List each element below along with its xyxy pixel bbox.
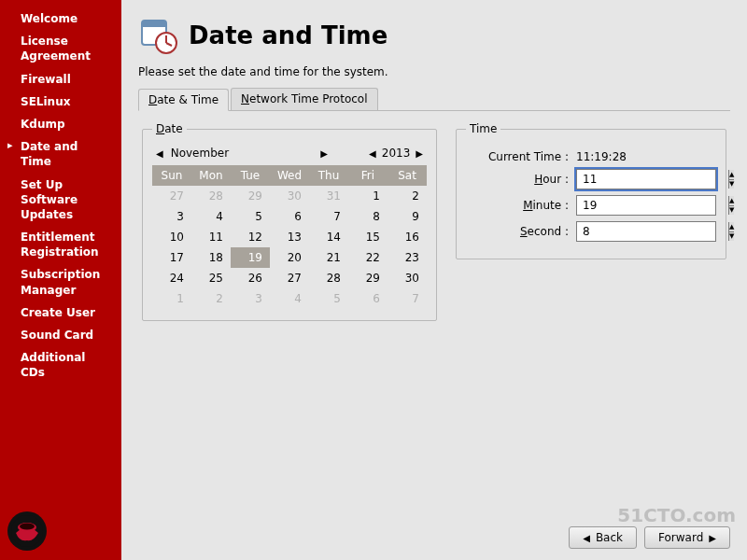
current-time-label: Current Time : — [466, 150, 569, 163]
weekday-header: Sat — [388, 165, 427, 186]
sidebar: WelcomeLicense AgreementFirewallSELinuxK… — [0, 0, 121, 560]
tab-bar: Date & Time Network Time Protocol — [138, 88, 730, 111]
calendar[interactable]: SunMonTueWedThuFriSat 272829303112345678… — [152, 165, 427, 309]
sidebar-item-firewall[interactable]: Firewall — [0, 68, 121, 91]
weekday-header: Sun — [152, 165, 191, 186]
second-up-button[interactable]: ▲ — [729, 222, 734, 232]
time-group: Time Current Time : 11:19:28 Hour : ▲▼ M… — [456, 122, 726, 259]
calendar-day[interactable]: 25 — [191, 268, 231, 288]
second-down-button[interactable]: ▼ — [729, 232, 734, 242]
calendar-day[interactable]: 4 — [191, 206, 231, 227]
hour-up-button[interactable]: ▲ — [729, 170, 734, 180]
prev-month-button[interactable]: ◀ — [154, 148, 165, 159]
calendar-day[interactable]: 14 — [309, 227, 348, 247]
hour-label: Hour : — [466, 173, 569, 186]
minute-up-button[interactable]: ▲ — [729, 196, 734, 206]
calendar-day[interactable]: 18 — [191, 247, 231, 268]
prev-year-button[interactable]: ◀ — [367, 148, 378, 159]
calendar-day[interactable]: 29 — [348, 268, 388, 288]
calendar-day: 7 — [388, 288, 427, 309]
calendar-day[interactable]: 24 — [152, 268, 191, 288]
sidebar-item-kdump[interactable]: Kdump — [0, 113, 121, 135]
calendar-day[interactable]: 28 — [309, 268, 348, 288]
calendar-day[interactable]: 1 — [348, 186, 388, 206]
calendar-day: 3 — [231, 288, 270, 309]
sidebar-item-welcome[interactable]: Welcome — [0, 7, 121, 30]
sidebar-item-selinux[interactable]: SELinux — [0, 91, 121, 113]
watermark: 51CTO.com — [617, 504, 736, 526]
back-button-label: Back — [596, 531, 623, 544]
calendar-day[interactable]: 13 — [270, 227, 309, 247]
calendar-day[interactable]: 3 — [152, 206, 191, 227]
sidebar-item-entitlement-registration[interactable]: Entitlement Registration — [0, 226, 121, 263]
calendar-day[interactable]: 27 — [270, 268, 309, 288]
month-label: November — [165, 147, 319, 160]
calendar-day: 27 — [152, 186, 191, 206]
sidebar-item-date-and-time[interactable]: Date and Time — [0, 135, 121, 173]
calendar-day[interactable]: 15 — [348, 227, 388, 247]
calendar-day[interactable]: 21 — [309, 247, 348, 268]
sidebar-item-set-up-software-updates[interactable]: Set Up Software Updates — [0, 174, 121, 227]
minute-label: Minute : — [466, 199, 569, 212]
weekday-header: Thu — [309, 165, 348, 186]
sidebar-item-subscription-manager[interactable]: Subscription Manager — [0, 263, 121, 301]
calendar-day: 4 — [270, 288, 309, 309]
calendar-day[interactable]: 10 — [152, 227, 191, 247]
minute-down-button[interactable]: ▼ — [729, 206, 734, 216]
arrow-right-icon: ▶ — [709, 533, 716, 543]
calendar-day: 5 — [309, 288, 348, 309]
calendar-day[interactable]: 8 — [348, 206, 388, 227]
tab-ntp[interactable]: Network Time Protocol — [231, 88, 377, 110]
calendar-day[interactable]: 9 — [388, 206, 427, 227]
hour-down-button[interactable]: ▼ — [729, 180, 734, 189]
calendar-day[interactable]: 22 — [348, 247, 388, 268]
calendar-day: 29 — [231, 186, 270, 206]
calendar-day[interactable]: 20 — [270, 247, 309, 268]
year-label: 2013 — [378, 147, 415, 160]
calendar-day[interactable]: 7 — [309, 206, 348, 227]
calendar-day: 2 — [191, 288, 231, 309]
calendar-day: 30 — [270, 186, 309, 206]
forward-button[interactable]: Forward ▶ — [644, 526, 730, 549]
calendar-day[interactable]: 5 — [231, 206, 270, 227]
sidebar-item-create-user[interactable]: Create User — [0, 301, 121, 324]
date-group: Date ◀ November ▶ ◀ 2013 ▶ SunMonTueWedT… — [142, 122, 437, 321]
svg-point-2 — [20, 524, 35, 530]
calendar-day[interactable]: 17 — [152, 247, 191, 268]
weekday-header: Wed — [270, 165, 309, 186]
calendar-day[interactable]: 26 — [231, 268, 270, 288]
calendar-day[interactable]: 2 — [388, 186, 427, 206]
hour-input[interactable] — [577, 170, 728, 189]
forward-button-label: Forward — [658, 531, 703, 544]
tab-date-time[interactable]: Date & Time — [138, 89, 229, 111]
weekday-header: Mon — [191, 165, 231, 186]
back-button[interactable]: ◀ Back — [569, 526, 637, 549]
weekday-header: Fri — [348, 165, 388, 186]
calendar-day[interactable]: 16 — [388, 227, 427, 247]
hour-spinbox[interactable]: ▲▼ — [576, 169, 716, 189]
main-panel: Date and Time Please set the date and ti… — [121, 0, 747, 560]
calendar-day[interactable]: 23 — [388, 247, 427, 268]
calendar-day[interactable]: 11 — [191, 227, 231, 247]
calendar-day[interactable]: 12 — [231, 227, 270, 247]
date-legend: Date — [152, 122, 187, 135]
second-spinbox[interactable]: ▲▼ — [576, 221, 716, 242]
weekday-header: Tue — [231, 165, 270, 186]
sidebar-item-sound-card[interactable]: Sound Card — [0, 324, 121, 346]
second-label: Second : — [466, 225, 569, 238]
next-month-button[interactable]: ▶ — [318, 148, 330, 159]
page-title: Date and Time — [189, 21, 388, 49]
time-legend: Time — [466, 122, 500, 135]
minute-spinbox[interactable]: ▲▼ — [576, 195, 716, 216]
next-year-button[interactable]: ▶ — [414, 148, 425, 159]
calendar-day[interactable]: 6 — [270, 206, 309, 227]
page-instruction: Please set the date and time for the sys… — [138, 65, 730, 78]
sidebar-item-additional-cds[interactable]: Additional CDs — [0, 346, 121, 384]
minute-input[interactable] — [577, 196, 728, 215]
calendar-day[interactable]: 19 — [231, 247, 270, 268]
sidebar-item-license-agreement[interactable]: License Agreement — [0, 30, 121, 67]
second-input[interactable] — [577, 222, 728, 241]
calendar-day[interactable]: 30 — [388, 268, 427, 288]
arrow-left-icon: ◀ — [583, 533, 590, 543]
distro-logo — [7, 511, 47, 551]
